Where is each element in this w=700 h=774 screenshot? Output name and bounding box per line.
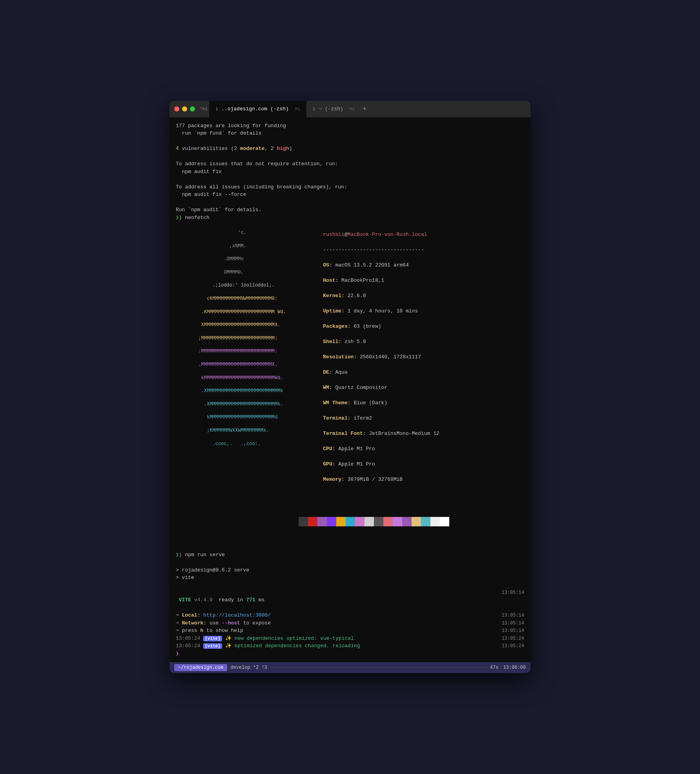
line-empty8	[176, 604, 524, 612]
line-serve-out1: > rojadesign@0.6.2 serve	[176, 566, 524, 574]
line-fix3: To address all issues (including breakin…	[176, 183, 524, 191]
statusbar: ~/rojadesign.com develop *2 !3 ─────────…	[170, 662, 530, 673]
line-vuln: 4 vulnerabilities (2 moderate, 2 high)	[176, 145, 524, 153]
maximize-button[interactable]	[190, 106, 195, 111]
line-fix2: npm audit fix	[176, 168, 524, 176]
line-fix1: To address issues that do not require at…	[176, 160, 524, 168]
fix4-text: npm audit fix --force	[176, 191, 246, 199]
line-network: ➜ Network: use --host to expose 13:05:14	[176, 619, 524, 627]
line-empty3	[176, 175, 524, 183]
line-vite-log1: 13:05:24 [vite] ✨ new dependencies optim…	[176, 635, 524, 643]
ts-vite-log1: 13:05:24	[501, 635, 524, 642]
line-vite-log2: 13:05:24 [vite] ✨ optimized dependencies…	[176, 642, 524, 650]
fix2-text: npm audit fix	[176, 168, 222, 176]
ts-vite-log2: 13:05:24	[501, 643, 524, 650]
fix3-text: To address all issues (including breakin…	[176, 183, 347, 191]
line-local: ➜ Local: http://localhost:3000/ 13:05:14	[176, 612, 524, 619]
tab-1[interactable]: ❯ ..ojadesign.com (-zsh) ⌘1	[209, 101, 306, 117]
close-button[interactable]	[174, 106, 179, 111]
ts-local: 13:05:14	[501, 612, 524, 619]
line-neofetch-cmd: ❯) neofetch	[176, 214, 524, 222]
terminal-window: ⌃⌘1 ❯ ..ojadesign.com (-zsh) ⌘1 ❯ ~ (-zs…	[170, 101, 530, 674]
line-empty5	[176, 543, 524, 551]
line-empty2	[176, 153, 524, 161]
ts-network: 13:05:14	[501, 620, 524, 627]
add-tab-button[interactable]: +	[363, 105, 367, 113]
neofetch-output: 'c. ,xNMM. .OMMMMo OMMMM0, .;loddo:' loo…	[176, 223, 524, 542]
fix1-text: To address issues that do not require at…	[176, 160, 338, 168]
funding-text: 177 packages are looking for funding	[176, 122, 286, 130]
neofetch-art: 'c. ,xNMM. .OMMMMo OMMMM0, .;loddo:' loo…	[176, 223, 286, 542]
line-empty7	[176, 582, 524, 590]
ts1-text: 13:05:14	[501, 589, 524, 596]
line-audit: Run `npm audit` for details.	[176, 206, 524, 214]
tab2-label: ~ (-zsh)	[319, 106, 343, 112]
minimize-button[interactable]	[182, 106, 187, 111]
color-palette	[299, 517, 449, 526]
line-serve-out2: > vite	[176, 574, 524, 582]
statusbar-time: 13:06:00	[503, 665, 526, 670]
statusbar-branch: develop *2 !3	[230, 665, 267, 670]
line-press-h: ➜ press h to show help 13:05:14	[176, 627, 524, 635]
tab2-shortcut: ⌘2	[350, 106, 355, 111]
traffic-lights	[174, 106, 195, 111]
tab2-icon: ❯	[313, 106, 315, 112]
statusbar-dots: ────────────────────────────────────────…	[270, 665, 487, 670]
line-funding: 177 packages are looking for funding	[176, 122, 524, 130]
line-funding2: run `npm fund` for details	[176, 130, 524, 137]
statusbar-right: 47s 13:06:00	[490, 665, 526, 670]
line-vite-ready: VITE v4.4.9 ready in 771 ms	[176, 596, 524, 604]
audit-text: Run `npm audit` for details.	[176, 206, 261, 214]
terminal-body: 177 packages are looking for funding run…	[170, 117, 530, 663]
ts-press: 13:05:14	[501, 627, 524, 634]
tab1-icon: ❯	[215, 106, 218, 112]
line-timestamp1: 13:05:14	[176, 589, 524, 596]
line-empty4	[176, 199, 524, 206]
line-fix4: npm audit fix --force	[176, 191, 524, 199]
line-empty1	[176, 137, 524, 145]
shortcut-label: ⌃⌘1	[200, 106, 208, 111]
neofetch-info: rushali@MacBook-Pro-von-Rush.local -----…	[299, 223, 449, 542]
line-empty6	[176, 559, 524, 566]
tab-2[interactable]: ❯ ~ (-zsh) ⌘2	[306, 101, 361, 117]
statusbar-path: ~/rojadesign.com	[174, 664, 227, 671]
titlebar: ⌃⌘1 ❯ ..ojadesign.com (-zsh) ⌘1 ❯ ~ (-zs…	[170, 101, 530, 117]
funding2-text: run `npm fund` for details	[176, 130, 261, 137]
tab-bar: ❯ ..ojadesign.com (-zsh) ⌘1 ❯ ~ (-zsh) ⌘…	[209, 101, 526, 117]
tab1-shortcut: ⌘1	[295, 106, 300, 111]
statusbar-elapsed: 47s	[490, 665, 499, 670]
line-cursor: ❯	[176, 650, 524, 658]
line-npm-serve-cmd: ❯) npm run serve	[176, 551, 524, 559]
tab1-label: ..ojadesign.com (-zsh)	[221, 106, 289, 112]
